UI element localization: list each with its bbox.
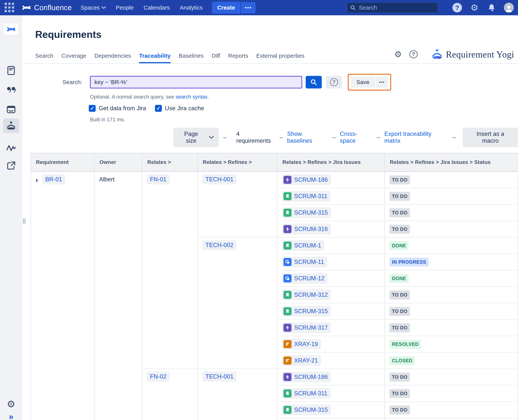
- tab-diff[interactable]: Diff: [212, 52, 220, 63]
- separator: –: [453, 134, 456, 141]
- status-badge: IN PROGRESS: [389, 258, 429, 267]
- refines-link[interactable]: TECH-002: [202, 240, 236, 250]
- nav-calendars[interactable]: Calendars: [144, 4, 170, 11]
- checkbox-use-jira-cache[interactable]: ✓ Use Jira cache: [155, 105, 204, 112]
- pages-icon[interactable]: [6, 65, 16, 76]
- tab-traceability[interactable]: Traceability: [139, 52, 171, 63]
- external-link-icon[interactable]: [6, 160, 16, 171]
- jira-issue-cell: SCRUM-317: [277, 320, 385, 336]
- requirement-yogi-logo: Requirement Yogi: [430, 48, 514, 60]
- jira-issue-link[interactable]: SCRUM-316: [282, 224, 331, 234]
- jira-issue-cell: SCRUM-186: [277, 369, 385, 385]
- nav-spaces[interactable]: Spaces: [81, 4, 106, 11]
- relates-link[interactable]: FN-01: [147, 174, 170, 184]
- export-traceability-matrix-link[interactable]: Export traceability matrix: [384, 130, 448, 144]
- space-logo-confluence[interactable]: [4, 23, 18, 35]
- query-input[interactable]: [90, 76, 302, 89]
- jira-issue-link[interactable]: SCRUM-315: [282, 306, 331, 317]
- profile-avatar[interactable]: [504, 3, 514, 13]
- jira-issue-link[interactable]: SCRUM-1: [282, 240, 324, 251]
- tab-baselines[interactable]: Baselines: [179, 52, 203, 63]
- relates-link[interactable]: FN-02: [147, 372, 170, 382]
- status-cell: TO DO: [385, 320, 518, 336]
- issue-key: SCRUM-311: [294, 193, 327, 200]
- refines-cell: TECH-002: [198, 237, 277, 369]
- jira-issue-link[interactable]: XRAY-21: [282, 355, 321, 366]
- jira-issue-link[interactable]: SCRUM-315: [282, 405, 331, 415]
- tab-dependencies[interactable]: Dependencies: [94, 52, 131, 63]
- jira-issue-link[interactable]: SCRUM-186: [282, 174, 331, 185]
- top-navigation: Confluence Spaces People Calendars Analy…: [0, 0, 518, 15]
- search-help-button[interactable]: ?: [326, 76, 342, 89]
- jira-issue-link[interactable]: SCRUM-311: [282, 191, 330, 202]
- app-switcher-icon[interactable]: [5, 3, 15, 13]
- page-size-dropdown[interactable]: Page size: [173, 128, 219, 147]
- space-settings-icon[interactable]: ⚙: [7, 399, 15, 409]
- calendar-icon[interactable]: [6, 104, 16, 114]
- notifications-bell-icon[interactable]: [487, 3, 497, 13]
- jira-issue-link[interactable]: SCRUM-315: [282, 207, 331, 218]
- jira-issue-link[interactable]: SCRUM-317: [282, 322, 331, 333]
- status-badge: TO DO: [389, 307, 410, 316]
- tab-external-properties[interactable]: External properties: [256, 52, 304, 63]
- settings-icon[interactable]: ⚙: [469, 3, 479, 13]
- checkbox-get-data-from-jira[interactable]: ✓ Get data from Jira: [89, 105, 146, 112]
- tab-search[interactable]: Search: [35, 52, 53, 63]
- nav-people[interactable]: People: [116, 4, 133, 11]
- checked-checkbox-icon[interactable]: ✓: [155, 105, 162, 112]
- refines-link[interactable]: TECH-001: [202, 174, 236, 184]
- ry-help-icon[interactable]: ?: [410, 50, 417, 58]
- nav-more-button[interactable]: •••: [241, 2, 255, 13]
- confluence-logo[interactable]: Confluence: [21, 3, 72, 12]
- expand-sidebar-icon[interactable]: »: [9, 412, 13, 420]
- tab-reports[interactable]: Reports: [228, 52, 248, 63]
- search-icon: [350, 5, 356, 10]
- status-cell: TO DO: [385, 418, 518, 420]
- jira-issue-cell: SCRUM-186: [277, 171, 385, 188]
- save-button[interactable]: Save: [351, 77, 375, 88]
- jira-issue-link[interactable]: SCRUM-12: [282, 273, 327, 284]
- jira-issue-link[interactable]: SCRUM-312: [282, 290, 331, 300]
- global-search[interactable]: [347, 2, 438, 13]
- epic-issue-icon: [284, 176, 292, 184]
- search-syntax-link[interactable]: search syntax: [176, 94, 208, 100]
- requirement-yogi-icon[interactable]: [3, 119, 19, 133]
- column-header: Requirement: [31, 153, 94, 171]
- status-cell: IN PROGRESS: [385, 254, 518, 270]
- refines-link[interactable]: TECH-001: [202, 372, 236, 382]
- requirement-link[interactable]: BR-01: [42, 174, 65, 184]
- jira-issue-link[interactable]: XRAY-19: [282, 339, 321, 350]
- jira-issue-link[interactable]: SCRUM-311: [282, 388, 330, 399]
- quotes-icon[interactable]: [6, 84, 16, 95]
- ry-settings-icon[interactable]: ⚙: [394, 50, 402, 59]
- tab-coverage[interactable]: Coverage: [62, 52, 86, 63]
- save-highlight-box: Save •••: [348, 74, 391, 90]
- save-more-button[interactable]: •••: [376, 77, 388, 88]
- jira-issue-cell: SCRUM-312: [277, 287, 385, 303]
- jira-issue-cell: SCRUM-316: [277, 221, 385, 237]
- status-badge: DONE: [389, 241, 409, 250]
- jira-issue-link[interactable]: SCRUM-11: [282, 257, 327, 267]
- expand-chevron-icon[interactable]: ›: [36, 176, 38, 184]
- nav-analytics[interactable]: Analytics: [180, 4, 203, 11]
- run-search-button[interactable]: [306, 76, 322, 89]
- checked-checkbox-icon[interactable]: ✓: [89, 105, 96, 112]
- space-sidebar: ⚙ »: [0, 15, 22, 420]
- show-baselines-link[interactable]: Show baselines: [287, 130, 328, 144]
- issue-key: SCRUM-312: [294, 291, 328, 298]
- global-search-input[interactable]: [359, 4, 435, 11]
- story-issue-icon: [284, 241, 292, 249]
- activity-icon[interactable]: [6, 143, 16, 153]
- cross-space-link[interactable]: Cross-space: [340, 130, 373, 144]
- status-cell: TO DO: [385, 287, 518, 303]
- search-hint: Optional. A normal search query, see sea…: [90, 94, 518, 100]
- issue-key: SCRUM-12: [294, 275, 325, 282]
- product-name: Confluence: [34, 4, 72, 12]
- status-cell: CLOSED: [385, 352, 518, 369]
- help-button[interactable]: ?: [452, 3, 462, 13]
- status-badge: TO DO: [389, 291, 410, 300]
- jira-issue-link[interactable]: SCRUM-186: [282, 372, 331, 382]
- create-button[interactable]: Create: [212, 2, 240, 14]
- jira-issue-cell: SCRUM-315: [277, 204, 385, 221]
- insert-macro-button[interactable]: Insert as a macro: [463, 128, 518, 147]
